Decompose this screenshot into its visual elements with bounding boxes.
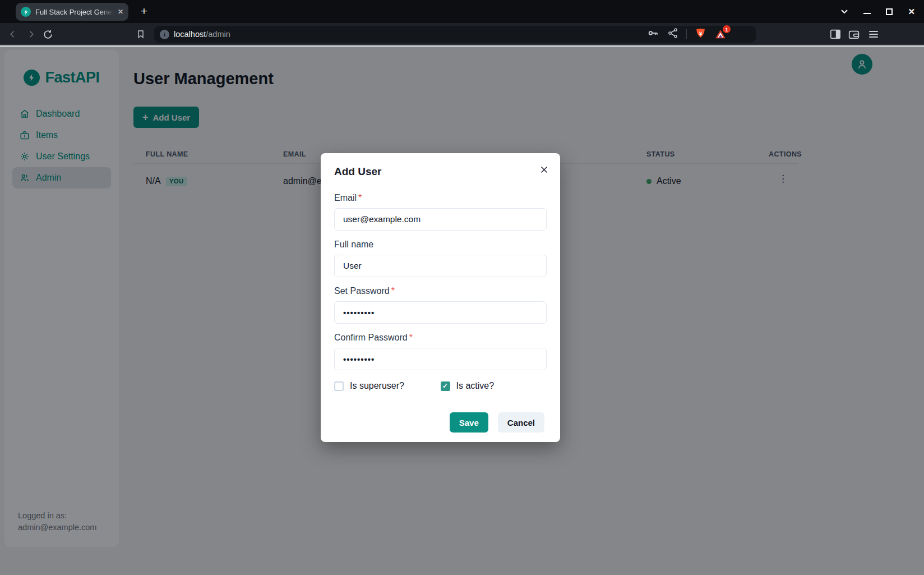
reload-icon[interactable] — [40, 27, 55, 42]
set-password-label: Set Password* — [334, 286, 547, 296]
required-marker: * — [409, 333, 413, 342]
forward-icon[interactable] — [24, 27, 38, 42]
new-tab-button[interactable]: + — [136, 3, 152, 19]
window-close-button[interactable]: ✕ — [908, 7, 915, 16]
brave-rewards-icon[interactable]: 1 — [714, 28, 727, 40]
email-label: Email* — [334, 193, 547, 203]
window-controls: ✕ — [840, 0, 915, 23]
add-user-modal: Add User Email* Full name Set Password* … — [321, 153, 560, 442]
required-marker: * — [391, 286, 395, 296]
is-active-label: Is active? — [456, 381, 495, 391]
modal-actions: Save Cancel — [450, 412, 544, 433]
tab-search-chevron-icon[interactable] — [840, 9, 848, 14]
required-marker: * — [358, 193, 362, 203]
back-icon[interactable] — [6, 27, 20, 42]
bookmark-icon[interactable] — [133, 27, 148, 42]
minimize-button[interactable] — [863, 13, 871, 14]
wallet-icon[interactable] — [847, 27, 861, 42]
set-password-field[interactable] — [334, 301, 547, 324]
site-info-icon[interactable]: i — [160, 30, 169, 39]
fastapi-favicon-icon — [21, 7, 31, 17]
is-active-checkbox[interactable]: ✓ — [441, 381, 450, 391]
sidebar-panel-icon[interactable] — [828, 27, 843, 42]
is-superuser-label: Is superuser? — [350, 381, 404, 391]
is-superuser-checkbox[interactable] — [334, 381, 344, 391]
is-active-checkbox-group[interactable]: ✓ Is active? — [441, 381, 547, 391]
browser-tab[interactable]: Full Stack Project Genera ✕ — [16, 3, 128, 21]
browser-navbar: i localhost/admin 1 — [0, 23, 924, 45]
full-name-label: Full name — [334, 240, 547, 250]
confirm-password-field[interactable] — [334, 348, 547, 370]
checkbox-row: Is superuser? ✓ Is active? — [334, 381, 547, 391]
email-field[interactable] — [334, 208, 547, 231]
brave-shield-icon[interactable] — [695, 27, 706, 42]
urlbar-divider — [686, 29, 687, 39]
url-text: localhost/admin — [174, 30, 230, 39]
save-button[interactable]: Save — [450, 412, 488, 433]
password-key-icon[interactable] — [647, 27, 659, 42]
browser-window: Full Stack Project Genera ✕ + ✕ i lo — [0, 0, 924, 575]
modal-close-icon[interactable] — [535, 161, 552, 178]
rewards-badge: 1 — [723, 25, 731, 33]
cancel-button[interactable]: Cancel — [498, 412, 544, 433]
is-superuser-checkbox-group[interactable]: Is superuser? — [334, 381, 441, 391]
tab-close-icon[interactable]: ✕ — [118, 8, 123, 16]
maximize-button[interactable] — [886, 8, 893, 15]
full-name-field[interactable] — [334, 255, 547, 277]
url-bar[interactable]: i localhost/admin 1 — [154, 26, 756, 43]
browser-titlebar: Full Stack Project Genera ✕ + ✕ — [0, 0, 924, 23]
url-path: /admin — [206, 30, 230, 39]
modal-title: Add User — [334, 165, 547, 178]
confirm-password-label: Confirm Password* — [334, 333, 547, 343]
url-host: localhost — [174, 30, 206, 39]
tab-title: Full Stack Project Genera — [35, 8, 113, 16]
share-icon[interactable] — [667, 27, 678, 41]
menu-hamburger-icon[interactable] — [866, 27, 881, 42]
